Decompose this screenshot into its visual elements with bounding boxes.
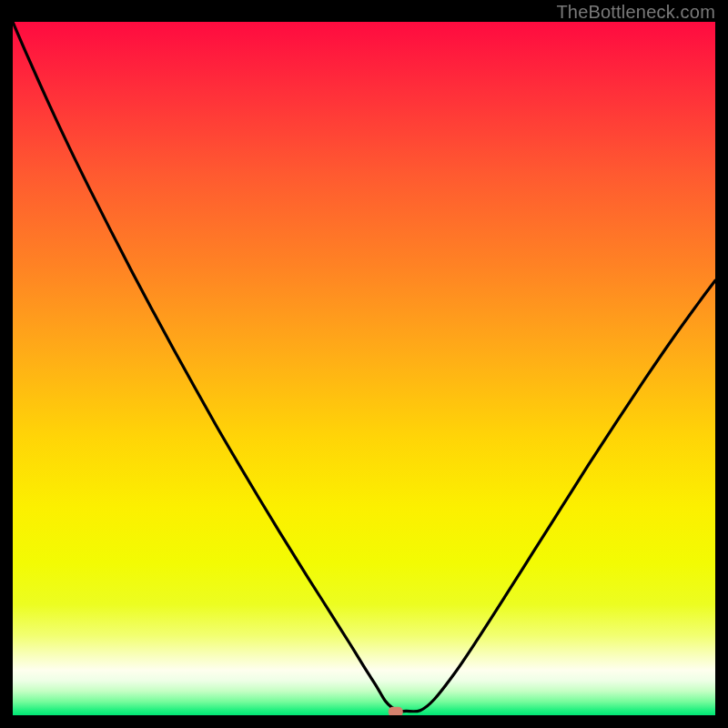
gradient-background (13, 22, 715, 715)
bottleneck-chart (13, 22, 715, 715)
plot-area (13, 22, 715, 715)
attribution-text: TheBottleneck.com (556, 2, 715, 23)
optimum-marker (389, 707, 403, 715)
chart-container: TheBottleneck.com (0, 0, 728, 728)
